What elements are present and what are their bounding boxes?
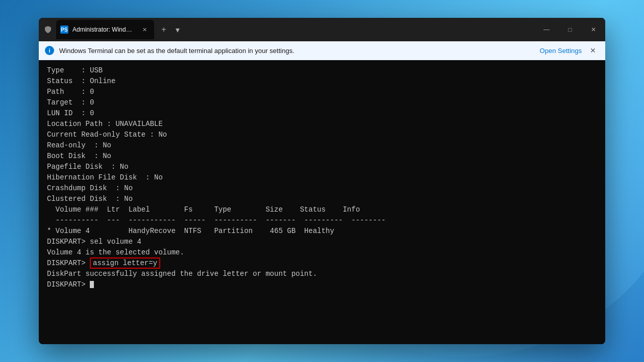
terminal-line: Clustered Disk : No — [47, 194, 597, 204]
terminal-line: Path : 0 — [47, 87, 597, 97]
minimize-button[interactable]: — — [535, 18, 558, 41]
active-tab[interactable]: PS Administrator: Windows Pow ✕ — [56, 20, 154, 39]
window-controls: — □ ✕ — [535, 18, 605, 41]
terminal-line: Status : Online — [47, 76, 597, 87]
new-tab-button[interactable]: + — [156, 22, 171, 37]
terminal-line: ---------- --- ----------- ----- -------… — [47, 215, 597, 226]
info-icon: i — [45, 46, 54, 55]
highlighted-command: assign letter=y — [90, 257, 160, 269]
terminal-line: Location Path : UNAVAILABLE — [47, 119, 597, 130]
close-button[interactable]: ✕ — [582, 18, 605, 41]
terminal-line: Type : USB — [47, 65, 597, 76]
terminal-line: * Volume 4 HandyRecove NTFS Partition 46… — [47, 226, 597, 237]
maximize-button[interactable]: □ — [558, 18, 582, 41]
terminal-line: DISKPART> sel volume 4 — [47, 237, 597, 247]
terminal-line: Hibernation File Disk : No — [47, 172, 597, 183]
shield-icon — [41, 22, 55, 37]
tab-area: PS Administrator: Windows Pow ✕ + ▾ — [39, 18, 535, 41]
terminal-line: Boot Disk : No — [47, 151, 597, 162]
terminal-line: Volume ### Ltr Label Fs Type Size Status… — [47, 204, 597, 215]
terminal-line: DISKPART> assign letter=y — [47, 258, 597, 269]
terminal-line: Pagefile Disk : No — [47, 162, 597, 172]
terminal-line: LUN ID : 0 — [47, 108, 597, 119]
tab-dropdown-button[interactable]: ▾ — [171, 23, 184, 36]
open-settings-link[interactable]: Open Settings — [540, 47, 582, 55]
terminal-line: Read-only : No — [47, 140, 597, 151]
banner-message: Windows Terminal can be set as the defau… — [59, 47, 535, 55]
terminal-line: DiskPart successfully assigned the drive… — [47, 269, 597, 279]
terminal-cursor — [90, 281, 94, 288]
terminal-line: Volume 4 is the selected volume. — [47, 247, 597, 258]
banner-close-button[interactable]: ✕ — [587, 45, 599, 56]
tab-label: Administrator: Windows Pow — [72, 26, 134, 33]
tab-close-button[interactable]: ✕ — [140, 25, 149, 34]
terminal-window: PS Administrator: Windows Pow ✕ + ▾ — □ … — [39, 18, 605, 344]
powershell-icon: PS — [60, 25, 68, 34]
terminal-output[interactable]: Type : USBStatus : OnlinePath : 0Target … — [39, 60, 605, 344]
title-bar: PS Administrator: Windows Pow ✕ + ▾ — □ … — [39, 18, 605, 41]
terminal-line: DISKPART> — [47, 279, 597, 290]
terminal-line: Current Read-only State : No — [47, 130, 597, 140]
info-banner: i Windows Terminal can be set as the def… — [39, 41, 605, 60]
terminal-line: Crashdump Disk : No — [47, 183, 597, 194]
terminal-line: Target : 0 — [47, 97, 597, 108]
